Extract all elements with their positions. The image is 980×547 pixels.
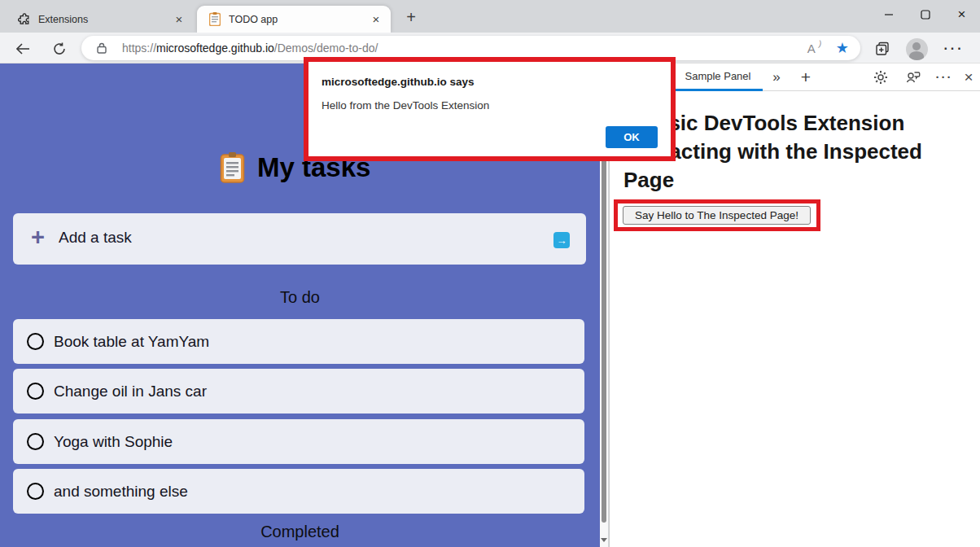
todo-item-label: and something else: [54, 483, 188, 501]
section-header-completed: Completed: [0, 523, 600, 541]
puzzle-icon: [17, 12, 31, 26]
settings-menu-icon[interactable]: ···: [943, 37, 965, 60]
todo-item[interactable]: Change oil in Jans car: [13, 369, 584, 414]
tab-extensions[interactable]: Extensions ×: [7, 6, 194, 33]
maximize-button[interactable]: [907, 0, 943, 28]
favorite-star-icon[interactable]: ★: [836, 41, 849, 55]
checkbox-circle-icon[interactable]: [27, 383, 44, 400]
devtools-close-icon[interactable]: ×: [958, 63, 979, 90]
add-panel-plus-icon[interactable]: +: [795, 63, 816, 90]
read-aloud-icon[interactable]: A): [807, 42, 821, 55]
minimize-button[interactable]: [870, 0, 907, 28]
profile-avatar[interactable]: [905, 37, 928, 60]
window-controls: ×: [870, 0, 980, 28]
dialog-title: microsoftedge.github.io says: [322, 76, 475, 88]
more-tabs-chevron-icon[interactable]: »: [766, 63, 787, 90]
todo-item-label: Change oil in Jans car: [54, 383, 207, 400]
scroll-down-arrow-icon[interactable]: [601, 538, 607, 542]
url-path: /Demos/demo-to-do/: [274, 42, 378, 55]
tab-strip: Extensions × TODO app × +: [0, 0, 980, 33]
new-tab-button[interactable]: +: [401, 7, 421, 27]
arrow-right-icon[interactable]: →: [553, 232, 570, 248]
alert-dialog: microsoftedge.github.io says Hello from …: [304, 57, 676, 161]
dialog-message: Hello from the DevTools Extension: [322, 99, 489, 112]
highlight-box: Say Hello to The Inspected Page!: [614, 199, 820, 231]
avatar: [906, 38, 928, 60]
url-host: microsoftedge.github.io: [156, 42, 274, 55]
checkbox-circle-icon[interactable]: [27, 483, 44, 500]
todo-item-label: Book table at YamYam: [54, 333, 209, 351]
add-task-label: Add a task: [59, 229, 132, 247]
plus-icon: +: [31, 224, 45, 251]
todo-item[interactable]: Book table at YamYam: [13, 319, 584, 364]
say-hello-button[interactable]: Say Hello to The Inspected Page!: [623, 206, 811, 225]
settings-gear-icon[interactable]: [870, 63, 891, 90]
url-text: https://microsoftedge.github.io/Demos/de…: [122, 42, 378, 55]
clipboard-icon: [208, 12, 221, 26]
ok-button[interactable]: OK: [606, 126, 658, 148]
todo-item[interactable]: Yoga with Sophie: [13, 419, 584, 464]
clipboard-icon: [220, 151, 245, 184]
tab-label: Extensions: [38, 14, 172, 25]
section-header-todo: To do: [0, 288, 600, 307]
back-button[interactable]: [13, 38, 33, 59]
close-window-button[interactable]: ×: [943, 0, 980, 28]
tab-todo-app[interactable]: TODO app ×: [197, 6, 391, 33]
tab-sample-panel[interactable]: Sample Panel: [673, 63, 763, 91]
collections-icon[interactable]: [871, 37, 894, 60]
lock-icon[interactable]: [97, 42, 107, 54]
url-scheme: https://: [122, 42, 156, 55]
checkbox-circle-icon[interactable]: [27, 433, 44, 450]
todo-item[interactable]: and something else: [13, 469, 584, 514]
devtools-more-options-icon[interactable]: ···: [934, 63, 955, 90]
checkbox-circle-icon[interactable]: [27, 333, 44, 350]
todo-item-label: Yoga with Sophie: [54, 433, 173, 451]
browser-window: Extensions × TODO app × +: [0, 0, 980, 547]
feedback-icon[interactable]: [903, 63, 924, 90]
add-task-field[interactable]: + Add a task →: [13, 213, 586, 265]
tab-label: TODO app: [229, 14, 369, 25]
tab-close-icon[interactable]: ×: [369, 12, 383, 27]
tab-close-icon[interactable]: ×: [172, 12, 186, 27]
refresh-button[interactable]: [49, 38, 69, 59]
